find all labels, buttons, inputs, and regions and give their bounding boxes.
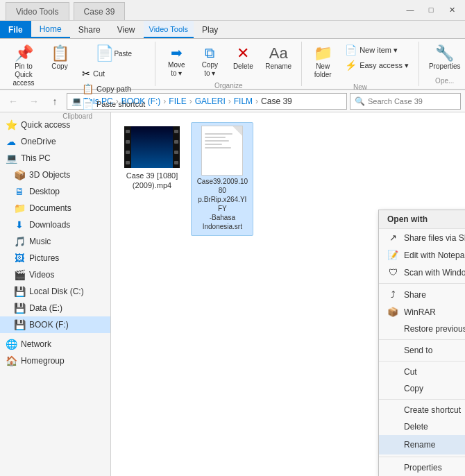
ctx-share-shareit[interactable]: ↗ Share files via SHAREit xyxy=(379,229,465,246)
srt-lines xyxy=(205,133,239,148)
properties-ctx-label: Properties xyxy=(404,463,465,473)
sidebar-item-homegroup[interactable]: 🏠 Homegroup xyxy=(0,352,110,369)
bc-file[interactable]: FILE xyxy=(169,96,186,106)
srt-file-name: Case39.2009.1080p.BrRip.x264.YIFY-Bahasa… xyxy=(196,177,248,231)
cut-ctx-label: Cut xyxy=(404,367,465,377)
search-input[interactable] xyxy=(368,97,456,105)
paste-shortcut-button[interactable]: 📄 Paste shortcut xyxy=(78,97,149,111)
ctx-scan-defender[interactable]: 🛡 Scan with Windows Defender... xyxy=(379,264,465,281)
organize-buttons: ➡ Moveto ▾ ⧉ Copyto ▾ ✕ Delete Aa Rename xyxy=(161,43,296,80)
ctx-create-shortcut[interactable]: Create shortcut xyxy=(379,402,465,418)
pictures-label: Pictures xyxy=(29,253,59,263)
open-label: Ope... xyxy=(435,77,454,85)
defender-label: Scan with Windows Defender... xyxy=(404,268,465,278)
srt-file-item[interactable]: Case39.2009.1080p.BrRip.x264.YIFY-Bahasa… xyxy=(191,122,253,236)
copy-to-button[interactable]: ⧉ Copyto ▾ xyxy=(194,43,225,80)
title-bar-tabs: Video Tools Case 39 xyxy=(6,0,125,20)
search-icon: 🔍 xyxy=(355,96,365,106)
quick-access-icon: ⭐ xyxy=(6,119,17,130)
content-area: Case 39 [1080](2009).mp4 Case39.2009.108… xyxy=(111,112,465,476)
mp4-thumbnail xyxy=(124,126,180,168)
sidebar-item-3d-objects[interactable]: 📦 3D Objects xyxy=(0,167,110,183)
ctx-cut[interactable]: Cut xyxy=(379,364,465,380)
clipboard-small-buttons: ✂ Cut 📋 Copy path 📄 Paste shortcut xyxy=(78,67,149,111)
ctx-properties[interactable]: Properties xyxy=(379,459,465,476)
window-controls: — □ ✕ xyxy=(400,3,462,17)
rename-icon: Aa xyxy=(269,46,288,61)
share-tab[interactable]: Share xyxy=(70,21,109,38)
open-group: 🔧 Properties Ope... xyxy=(419,42,465,86)
file-tab[interactable]: File xyxy=(0,21,31,38)
sidebar-item-downloads[interactable]: ⬇ Downloads xyxy=(0,216,110,233)
music-icon: 🎵 xyxy=(14,236,25,247)
ctx-share[interactable]: ⤴ Share xyxy=(379,286,465,303)
organize-label: Organize xyxy=(214,82,243,90)
search-bar[interactable]: 🔍 xyxy=(350,93,461,110)
new-folder-icon: 📁 xyxy=(314,46,332,61)
video-tools-tab-label: Video Tools xyxy=(16,7,59,17)
bc-galeri[interactable]: GALERI xyxy=(195,96,226,106)
new-buttons: 📁 Newfolder 📄 New item ▾ ⚡ Easy access ▾ xyxy=(307,43,413,82)
ctx-sep-1 xyxy=(379,283,465,284)
sidebar-item-pictures[interactable]: 🖼 Pictures xyxy=(0,250,110,266)
sidebar-item-documents[interactable]: 📁 Documents xyxy=(0,200,110,216)
paste-shortcut-icon: 📄 xyxy=(82,99,94,110)
move-to-button[interactable]: ➡ Moveto ▾ xyxy=(161,43,192,80)
copy-button[interactable]: 📋 Copy xyxy=(44,43,75,74)
minimize-button[interactable]: — xyxy=(400,3,421,17)
home-tab[interactable]: Home xyxy=(31,21,70,38)
paste-button[interactable]: 📄 Paste xyxy=(78,43,149,65)
ctx-restore[interactable]: Restore previous versions xyxy=(379,321,465,337)
film-content xyxy=(131,126,173,168)
sidebar-item-local-disk-c[interactable]: 💾 Local Disk (C:) xyxy=(0,283,110,300)
send-to-label: Send to xyxy=(404,346,465,355)
copy-path-button[interactable]: 📋 Copy path xyxy=(78,82,149,96)
bc-film[interactable]: FILM xyxy=(234,96,253,106)
copy-path-icon: 📋 xyxy=(82,83,94,94)
properties-button[interactable]: 🔧 Properties xyxy=(425,43,465,74)
sidebar-item-quick-access[interactable]: ⭐ Quick access xyxy=(0,117,110,133)
ctx-winrar[interactable]: 📦 WinRAR › xyxy=(379,303,465,321)
sidebar-item-desktop[interactable]: 🖥 Desktop xyxy=(0,183,110,200)
pin-button[interactable]: 📌 Pin to Quickaccess xyxy=(6,43,42,90)
sidebar-item-network[interactable]: 🌐 Network xyxy=(0,336,110,352)
copy-ctx-label: Copy xyxy=(404,384,465,393)
pin-label: Pin to Quickaccess xyxy=(10,62,37,87)
easy-access-button[interactable]: ⚡ Easy access ▾ xyxy=(341,58,413,72)
clipboard-group: 📌 Pin to Quickaccess 📋 Copy 📄 Paste ✂ Cu… xyxy=(0,42,155,86)
new-folder-button[interactable]: 📁 Newfolder xyxy=(307,43,338,82)
music-label: Music xyxy=(29,237,51,246)
new-folder-label: Newfolder xyxy=(314,62,332,79)
case39-tab[interactable]: Case 39 xyxy=(74,2,126,20)
new-item-button[interactable]: 📄 New item ▾ xyxy=(341,43,413,57)
rename-button[interactable]: Aa Rename xyxy=(261,43,296,74)
sidebar-item-onedrive[interactable]: ☁ OneDrive xyxy=(0,133,110,150)
ctx-delete[interactable]: Delete xyxy=(379,418,465,435)
paste-label: Paste xyxy=(114,50,132,58)
view-tab[interactable]: View xyxy=(109,21,144,38)
mp4-file-name: Case 39 [1080](2009).mp4 xyxy=(126,171,178,191)
sidebar-item-data-e[interactable]: 💾 Data (E:) xyxy=(0,300,110,316)
homegroup-icon: 🏠 xyxy=(6,355,17,366)
delete-button[interactable]: ✕ Delete xyxy=(228,43,258,74)
close-button[interactable]: ✕ xyxy=(441,3,462,17)
mp4-file-item[interactable]: Case 39 [1080](2009).mp4 xyxy=(121,122,183,195)
ctx-rename[interactable]: Rename ← xyxy=(379,435,465,454)
ctx-send-to[interactable]: Send to › xyxy=(379,342,465,359)
ctx-copy[interactable]: Copy xyxy=(379,380,465,397)
sidebar-item-videos[interactable]: 🎬 Videos xyxy=(0,266,110,283)
sidebar-item-this-pc[interactable]: 💻 This PC xyxy=(0,150,110,167)
cut-button[interactable]: ✂ Cut xyxy=(78,67,149,80)
local-disk-c-label: Local Disk (C:) xyxy=(29,287,84,296)
network-label: Network xyxy=(21,339,51,349)
sidebar-item-book-f[interactable]: 💾 BOOK (F:) xyxy=(0,316,110,333)
sidebar-item-music[interactable]: 🎵 Music xyxy=(0,233,110,250)
title-bar: Video Tools Case 39 — □ ✕ xyxy=(0,0,465,21)
play-tab[interactable]: Play xyxy=(194,21,226,38)
maximize-button[interactable]: □ xyxy=(421,3,441,17)
paste-icon: 📄 xyxy=(95,46,114,61)
video-tools-tab[interactable]: Video Tools xyxy=(6,2,69,20)
shareit-label: Share files via SHAREit xyxy=(404,233,465,243)
share-label: Share xyxy=(404,290,465,300)
ctx-edit-notepad[interactable]: 📝 Edit with Notepad++ xyxy=(379,246,465,264)
